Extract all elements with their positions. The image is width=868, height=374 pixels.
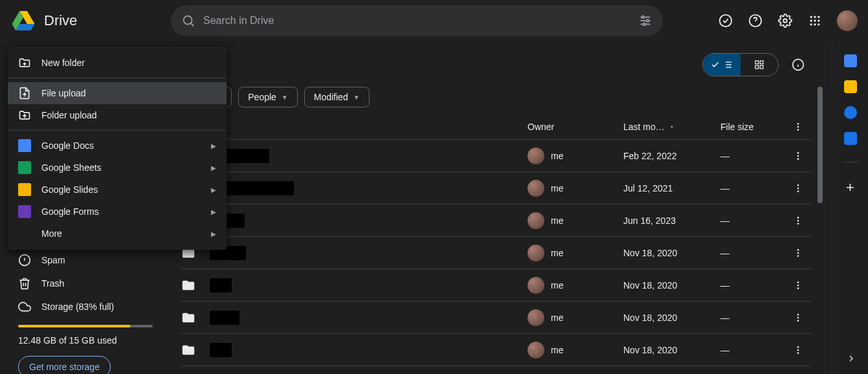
owner-avatar	[528, 309, 544, 326]
table-row[interactable]: me Jul 12, 2021 —	[181, 172, 811, 204]
owner-avatar	[528, 180, 544, 197]
modified-text: Jun 16, 2023	[623, 215, 676, 226]
contacts-app-icon[interactable]	[844, 132, 857, 145]
cloud-icon	[18, 300, 31, 313]
row-menu-button[interactable]	[785, 183, 811, 193]
chip-people[interactable]: People▼	[238, 87, 298, 107]
table-row[interactable]: me Jun 16, 2023 —	[181, 204, 811, 237]
svg-line-1	[191, 23, 194, 26]
filter-chips: Type▼ People▼ Modified▼	[166, 83, 827, 114]
table-row[interactable]: me Nov 18, 2020 —	[181, 269, 811, 302]
table-row[interactable]: me Feb 22, 2022 —	[181, 140, 811, 172]
ctx-slides[interactable]: Google Slides ▶	[8, 179, 227, 201]
sheets-icon	[18, 161, 31, 174]
svg-point-47	[797, 219, 799, 221]
tasks-app-icon[interactable]	[844, 106, 857, 119]
row-menu-button[interactable]	[785, 313, 811, 323]
svg-point-51	[797, 255, 799, 257]
apps-icon[interactable]	[802, 8, 828, 34]
size-text: —	[720, 280, 729, 291]
row-menu-button[interactable]	[785, 280, 811, 291]
folder-icon	[181, 311, 195, 325]
ctx-folder-upload[interactable]: Folder upload	[8, 104, 227, 126]
ctx-forms[interactable]: Google Forms ▶	[8, 201, 227, 223]
row-menu-button[interactable]	[785, 248, 811, 258]
col-size[interactable]: File size	[720, 122, 785, 132]
owner-text: me	[551, 313, 563, 323]
info-icon	[792, 58, 805, 71]
info-button[interactable]	[785, 52, 811, 78]
settings-icon[interactable]	[772, 8, 798, 34]
chevron-right-icon: ▶	[211, 208, 216, 215]
add-app-icon[interactable]: +	[846, 179, 854, 196]
search-bar[interactable]	[171, 5, 663, 36]
more-vert-icon	[793, 345, 803, 355]
col-name[interactable]: Name	[181, 122, 528, 132]
docs-icon	[18, 139, 31, 152]
sidebar-item-storage[interactable]: Storage (83% full)	[10, 296, 161, 317]
chip-modified[interactable]: Modified▼	[304, 87, 370, 107]
account-avatar[interactable]	[837, 10, 858, 31]
modified-text: Feb 22, 2022	[623, 151, 677, 161]
modified-text: Jul 12, 2021	[623, 183, 673, 193]
ctx-sheets[interactable]: Google Sheets ▶	[8, 157, 227, 179]
col-owner[interactable]: Owner	[528, 122, 623, 132]
tune-icon[interactable]	[638, 14, 652, 28]
folder-icon	[181, 278, 195, 292]
size-text: —	[720, 345, 729, 355]
svg-point-12	[810, 16, 812, 18]
calendar-app-icon[interactable]	[844, 54, 857, 67]
svg-point-60	[797, 352, 799, 354]
svg-point-56	[797, 316, 799, 318]
svg-point-6	[647, 19, 649, 22]
folder-icon	[181, 343, 195, 357]
svg-point-18	[810, 23, 812, 25]
svg-point-7	[643, 23, 645, 26]
get-more-storage-button[interactable]: Get more storage	[18, 356, 111, 374]
sidebar-item-trash[interactable]: Trash	[10, 273, 161, 294]
ctx-label: Google Slides	[41, 184, 201, 195]
right-rail: +	[832, 41, 868, 374]
row-menu-button[interactable]	[785, 215, 811, 226]
owner-avatar	[528, 148, 544, 164]
logo-area[interactable]: Drive	[10, 8, 166, 34]
size-text: —	[720, 313, 729, 323]
search-input[interactable]	[203, 15, 630, 27]
scrollbar[interactable]	[818, 87, 823, 203]
forms-icon	[18, 205, 31, 218]
svg-point-53	[797, 284, 799, 286]
table-row[interactable]: me Nov 18, 2020 —	[181, 237, 811, 269]
file-table: Name Owner Last mo… File size me	[166, 114, 827, 366]
keep-app-icon[interactable]	[844, 80, 857, 93]
folder-upload-icon	[18, 109, 31, 122]
owner-avatar	[528, 342, 544, 358]
owner-avatar	[528, 245, 544, 261]
ctx-docs[interactable]: Google Docs ▶	[8, 135, 227, 157]
more-vert-icon	[793, 313, 803, 323]
list-view-button[interactable]	[703, 54, 740, 76]
svg-point-11	[783, 19, 787, 23]
ready-offline-icon[interactable]	[713, 8, 739, 34]
svg-point-16	[814, 19, 816, 21]
row-menu-button[interactable]	[785, 151, 811, 161]
ctx-file-upload[interactable]: File upload	[8, 82, 227, 104]
table-row[interactable]: me Nov 18, 2020 —	[181, 334, 811, 366]
size-text: —	[720, 151, 729, 161]
row-menu-button[interactable]	[785, 345, 811, 355]
col-menu[interactable]	[785, 122, 811, 132]
col-modified[interactable]: Last mo…	[623, 122, 720, 132]
svg-point-55	[797, 314, 799, 316]
ctx-more[interactable]: More ▶	[8, 223, 227, 245]
svg-rect-30	[755, 61, 759, 64]
ctx-new-folder[interactable]: New folder	[8, 52, 227, 74]
owner-avatar	[528, 212, 544, 229]
grid-view-button[interactable]	[740, 54, 778, 76]
modified-text: Nov 18, 2020	[623, 248, 677, 258]
header: Drive	[0, 0, 868, 41]
sidebar-item-spam[interactable]: Spam	[10, 250, 161, 270]
collapse-rail-icon[interactable]	[846, 353, 856, 364]
check-icon	[711, 60, 720, 69]
ctx-label: Folder upload	[41, 110, 216, 120]
help-icon[interactable]	[742, 8, 768, 34]
table-row[interactable]: me Nov 18, 2020 —	[181, 302, 811, 334]
